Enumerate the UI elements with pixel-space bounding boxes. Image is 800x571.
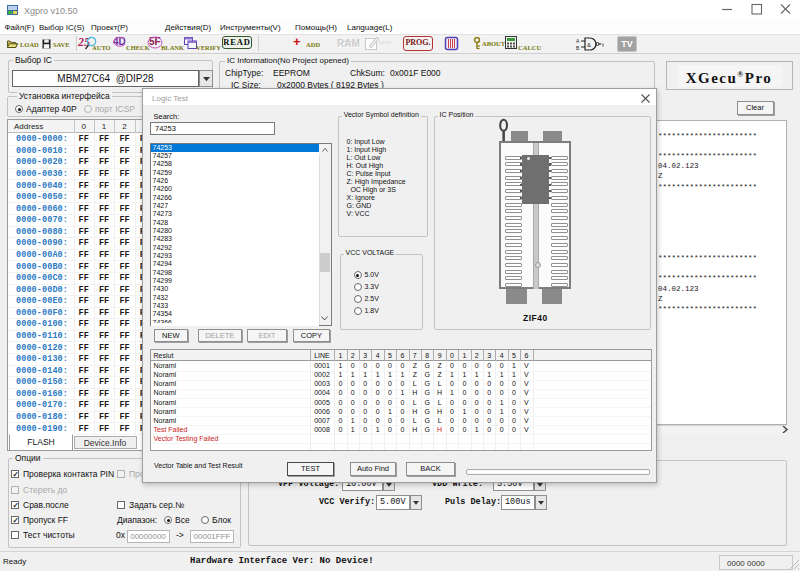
svg-text:EFUSE: EFUSE xyxy=(379,40,391,45)
svg-text:&: & xyxy=(587,42,591,48)
svg-text:A: A xyxy=(576,38,580,44)
svg-text:Y: Y xyxy=(601,42,604,48)
svg-text:B: B xyxy=(576,45,580,51)
